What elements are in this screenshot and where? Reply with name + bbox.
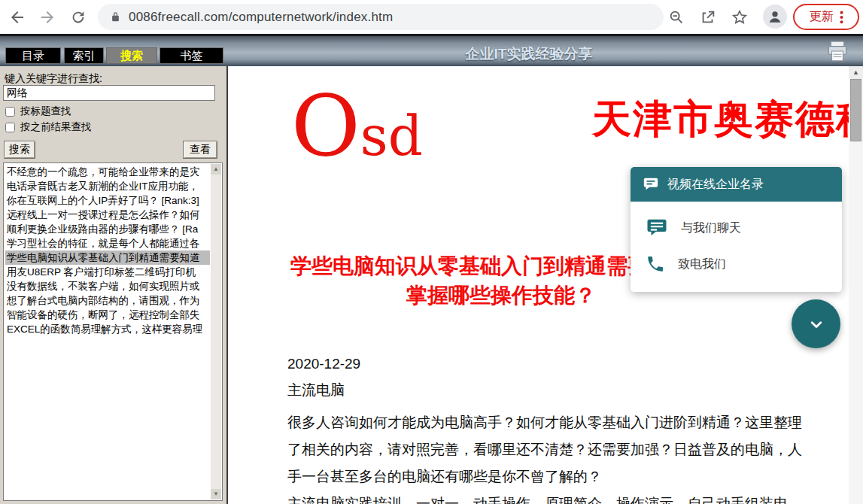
lock-icon bbox=[110, 11, 121, 23]
chevron-down-icon bbox=[806, 314, 827, 335]
search-result-item[interactable]: 电话录音既古老又新潮的企业IT应用功能， bbox=[5, 179, 210, 193]
page-scrollbar[interactable]: ▲ bbox=[849, 66, 863, 504]
update-button[interactable]: 更新 bbox=[793, 4, 859, 30]
tab-search[interactable]: 搜索 bbox=[106, 47, 157, 64]
kebab-menu-icon bbox=[840, 11, 843, 24]
chat-bubble-icon bbox=[646, 217, 668, 239]
body-line: 主流电脑实践培训，一对一，动手操作，原理简介、操作演示、自己动手组装电 bbox=[287, 493, 837, 504]
update-button-label: 更新 bbox=[810, 9, 834, 25]
call-us-label: 致电我们 bbox=[678, 257, 726, 272]
chat-widget-header[interactable]: 视频在线企业名录 bbox=[631, 167, 842, 202]
scrollbar-thumb[interactable] bbox=[850, 79, 861, 141]
forward-icon[interactable] bbox=[38, 8, 57, 27]
list-scrollbar[interactable]: ▲ ▼ bbox=[211, 164, 221, 499]
scroll-up-icon[interactable]: ▲ bbox=[211, 164, 221, 175]
checkbox-search-by-title[interactable]: 按标题查找 bbox=[5, 105, 71, 118]
checkbox-search-previous[interactable]: 按之前结果查找 bbox=[5, 120, 92, 134]
scroll-up-icon[interactable]: ▲ bbox=[849, 66, 863, 79]
phone-icon bbox=[646, 254, 665, 274]
search-result-item[interactable]: 用友U8ERP 客户端打印标签二维码打印机 bbox=[5, 265, 210, 279]
search-result-item[interactable]: 智能设备的硬伤，断网了，远程控制全部失 bbox=[5, 308, 210, 322]
chat-bubble-icon bbox=[643, 176, 659, 193]
search-result-item[interactable]: 想了解台式电脑内部结构的，请围观，作为 bbox=[5, 293, 210, 308]
tab-contents[interactable]: 目录 bbox=[5, 47, 61, 64]
search-result-item[interactable]: 远程线上一对一授课过程是怎么操作？如何 bbox=[5, 208, 210, 222]
article-content: Osd 天津市奥赛德科 学些电脑知识从零基础入门到精通需要知道， 掌握哪些操作技… bbox=[228, 66, 849, 504]
browser-toolbar: 0086freecall.com/computernetwork/index.h… bbox=[0, 0, 863, 34]
back-icon[interactable] bbox=[8, 8, 27, 27]
bookmark-star-icon[interactable] bbox=[730, 8, 749, 27]
chat-with-us-label: 与我们聊天 bbox=[681, 220, 741, 236]
search-results-list: 不经意的一个疏忽，可能给企业带来的是灾 电话录音既古老又新潮的企业IT应用功能，… bbox=[3, 162, 223, 501]
zoom-icon[interactable] bbox=[667, 8, 686, 27]
checkbox-title-label: 按标题查找 bbox=[20, 105, 71, 118]
search-result-item[interactable]: 你在互联网上的个人IP弄好了吗？ [Rank:3] bbox=[5, 193, 210, 208]
article-date: 2020-12-29 bbox=[287, 356, 360, 372]
search-result-item[interactable]: 顺利更换企业级路由器的步骤有哪些？ [Ra bbox=[5, 222, 210, 236]
search-result-item[interactable]: 不经意的一个疏忽，可能给企业带来的是灾 bbox=[5, 165, 210, 179]
tab-bookmarks[interactable]: 书签 bbox=[160, 47, 223, 64]
search-result-item[interactable]: 学习型社会的特征，就是每个人都能通过各 bbox=[5, 236, 210, 250]
share-icon[interactable] bbox=[698, 8, 718, 27]
search-sidebar: 键入关键字进行查找: 按标题查找 按之前结果查找 搜索 查看 不经意的一个疏忽，… bbox=[0, 66, 226, 504]
osd-logo: Osd bbox=[291, 80, 423, 172]
article-body: 很多人咨询如何才能成为电脑高手？如何才能从零基础入门进阶到精通？这里整理 了相关… bbox=[287, 411, 837, 504]
keyword-label: 键入关键字进行查找: bbox=[5, 72, 102, 86]
reload-icon[interactable] bbox=[68, 8, 88, 27]
chat-widget-title: 视频在线企业名录 bbox=[667, 177, 764, 193]
scroll-down-icon[interactable]: ▼ bbox=[211, 489, 221, 499]
body-line: 很多人咨询如何才能成为电脑高手？如何才能从零基础入门进阶到精通？这里整理 bbox=[287, 411, 837, 439]
checkbox-title-box[interactable] bbox=[5, 107, 15, 117]
checkbox-previous-label: 按之前结果查找 bbox=[20, 120, 92, 134]
profile-avatar[interactable] bbox=[763, 5, 787, 29]
url-bar[interactable]: 0086freecall.com/computernetwork/index.h… bbox=[98, 4, 664, 30]
company-title: 天津市奥赛德科 bbox=[592, 93, 849, 146]
page-header: 目录 索引 搜索 书签 企业IT实践经验分享 bbox=[0, 36, 863, 66]
tab-index[interactable]: 索引 bbox=[64, 47, 104, 64]
keyword-input[interactable] bbox=[3, 85, 215, 101]
call-us-item[interactable]: 致电我们 bbox=[631, 247, 842, 281]
body-line: 了相关的内容，请对照完善，看哪里还不清楚？还需要加强？日益普及的电脑，人 bbox=[287, 439, 837, 466]
search-result-item[interactable]: 没有数据线，不装客户端，如何实现照片或 bbox=[5, 279, 210, 293]
url-text: 0086freecall.com/computernetwork/index.h… bbox=[129, 10, 393, 25]
chat-widget-body: 与我们聊天 致电我们 bbox=[631, 202, 842, 292]
page-title: 企业IT实践经验分享 bbox=[420, 44, 638, 64]
chat-widget: 视频在线企业名录 与我们聊天 致电我们 bbox=[631, 167, 842, 292]
search-button[interactable]: 搜索 bbox=[4, 141, 35, 159]
search-result-item[interactable]: EXCEL的函数简易理解方式，这样更容易理 bbox=[5, 322, 210, 336]
body-line: 手一台甚至多台的电脑还有哪些是你不曾了解的？ bbox=[287, 466, 837, 493]
printer-icon[interactable] bbox=[825, 40, 849, 65]
article-subtitle: 主流电脑 bbox=[287, 381, 345, 400]
checkbox-previous-box[interactable] bbox=[5, 123, 15, 132]
chat-with-us-item[interactable]: 与我们聊天 bbox=[631, 209, 842, 247]
collapse-chat-button[interactable] bbox=[792, 299, 840, 348]
search-result-item[interactable]: 学些电脑知识从零基础入门到精通需要知道 bbox=[5, 250, 210, 265]
view-button[interactable]: 查看 bbox=[183, 141, 217, 159]
